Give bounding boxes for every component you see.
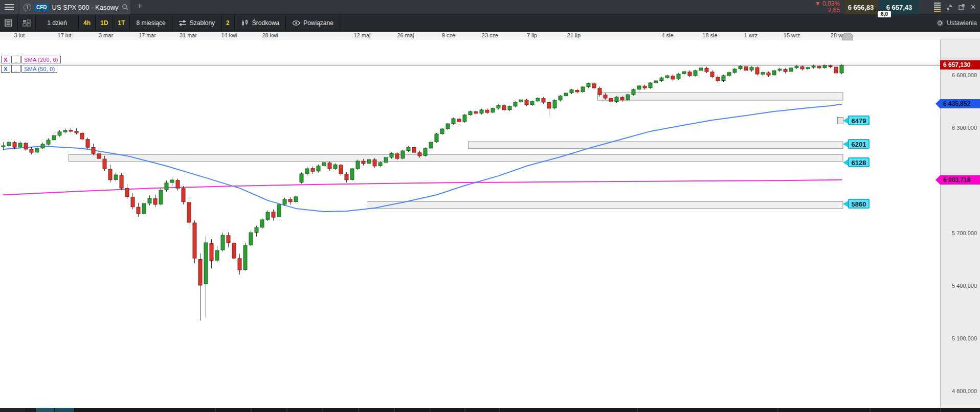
date-label: 3 lut: [14, 32, 25, 38]
timeframe-1w-button[interactable]: 1T: [113, 14, 130, 31]
bottom-segment: [0, 408, 26, 412]
candle: [626, 95, 630, 100]
candle: [92, 148, 95, 154]
zone-price-label[interactable]: 6479: [848, 116, 870, 125]
bottom-divider: [251, 408, 252, 412]
candle: [598, 88, 602, 95]
date-label: 4 sie: [661, 32, 673, 38]
candle: [615, 97, 618, 102]
templates-count-button[interactable]: 2: [221, 14, 235, 31]
candle: [412, 148, 416, 153]
candle: [198, 260, 202, 286]
candle: [333, 165, 337, 169]
eye-icon: [292, 19, 300, 27]
candle: [530, 101, 534, 105]
layout-button[interactable]: [18, 14, 36, 31]
date-label: 7 lip: [527, 32, 537, 38]
price-tick-label: 6 300,000: [952, 125, 977, 131]
bid-price-button[interactable]: 6 656,83: [844, 0, 878, 14]
candle: [778, 69, 782, 71]
candle: [243, 245, 247, 269]
bottom-divider: [322, 408, 323, 412]
bottom-divider: [358, 408, 359, 412]
candle: [367, 159, 371, 164]
date-axis[interactable]: 3 lut17 lut3 mar17 mar31 mar14 kwi28 kwi…: [0, 32, 980, 39]
candle: [485, 110, 489, 112]
candle: [570, 90, 573, 93]
candle: [750, 67, 753, 71]
current-price-tag: 6 657,130: [940, 60, 980, 70]
settings-button[interactable]: Ustawienia: [937, 14, 977, 32]
close-icon[interactable]: ✕: [970, 0, 976, 14]
candle: [755, 67, 759, 74]
minimize-indicator-button[interactable]: _: [11, 56, 20, 63]
candle: [514, 102, 517, 106]
change-absolute: 2,65: [828, 7, 840, 14]
hamburger-menu-icon[interactable]: [0, 0, 18, 14]
related-button[interactable]: Powiązane: [286, 14, 340, 31]
candle: [829, 66, 832, 67]
zone-price-label[interactable]: 5860: [848, 199, 870, 209]
candle: [52, 135, 56, 140]
support-zone[interactable]: [469, 142, 843, 149]
zone-price-label[interactable]: 6128: [848, 157, 870, 167]
panel-stack-icon[interactable]: [934, 3, 941, 12]
bottom-divider: [637, 408, 638, 412]
timeframe-1d-button[interactable]: 1D: [96, 14, 113, 31]
candle: [581, 87, 585, 92]
candle: [424, 148, 427, 155]
price-change: ▼ 0,03% 2,65: [815, 0, 844, 14]
candle: [153, 199, 157, 204]
candle: [317, 166, 320, 171]
range-button[interactable]: 8 miesiące: [130, 14, 172, 31]
price-axis[interactable]: 6 600,0006 300,0005 700,0005 400,0005 10…: [940, 39, 980, 408]
search-icon[interactable]: [122, 4, 129, 11]
candle: [446, 124, 450, 129]
candle: [283, 199, 286, 204]
candle: [592, 84, 596, 88]
price-tick-label: 5 100,000: [952, 335, 977, 341]
instrument-title: US SPX 500 - Kasowy: [52, 4, 119, 11]
bottom-segment: [27, 408, 35, 412]
scroll-marker-icon[interactable]: [842, 33, 853, 40]
remove-indicator-button[interactable]: X: [1, 65, 10, 73]
period-button[interactable]: 1 dzień: [36, 14, 79, 31]
support-zone[interactable]: [69, 154, 843, 162]
candle: [125, 188, 129, 197]
candle: [834, 67, 838, 73]
chart-type-button[interactable]: Środkowa: [235, 14, 286, 31]
minimize-indicator-button[interactable]: _: [11, 65, 20, 73]
collapse-icon[interactable]: [946, 4, 953, 11]
candle: [69, 130, 73, 131]
bottom-divider: [940, 408, 941, 412]
sma50-label: SMA (50, 0): [21, 65, 57, 73]
templates-button[interactable]: Szablony: [172, 14, 221, 31]
candle: [47, 140, 50, 144]
candle: [182, 189, 185, 202]
candle: [671, 76, 675, 79]
candlestick-chart[interactable]: [0, 39, 940, 408]
candle: [694, 71, 697, 76]
candle: [300, 174, 303, 182]
candle: [305, 169, 309, 173]
date-label: 15 wrz: [784, 32, 800, 38]
bottom-panel-edge[interactable]: [0, 408, 980, 412]
date-label: 12 maj: [353, 32, 370, 38]
candle: [761, 73, 765, 74]
candle: [542, 99, 545, 102]
candle: [604, 95, 607, 98]
remove-indicator-button[interactable]: X: [1, 56, 10, 63]
popout-icon[interactable]: [958, 4, 965, 11]
add-tab-button[interactable]: +: [134, 1, 145, 11]
candle: [795, 66, 798, 68]
candle: [210, 243, 213, 261]
report-icon: [5, 19, 13, 27]
timeframe-4h-button[interactable]: 4h: [79, 14, 96, 31]
candle: [35, 148, 39, 152]
order-panel-button[interactable]: [0, 14, 18, 31]
candle: [457, 119, 461, 122]
zone-price-label[interactable]: 6201: [848, 139, 870, 149]
instrument-tab[interactable]: 1 CFD US SPX 500 - Kasowy: [19, 0, 130, 14]
candle: [356, 161, 360, 169]
support-zone[interactable]: [367, 201, 843, 209]
